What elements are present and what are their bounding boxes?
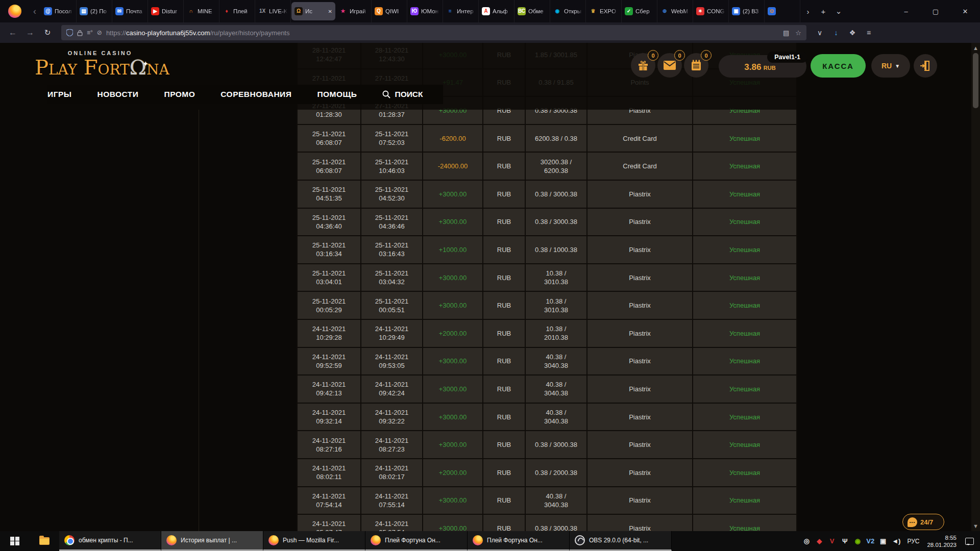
browser-tab[interactable]: Q QIWI ✕	[372, 0, 407, 22]
obs-tray-icon[interactable]: ◎	[802, 538, 811, 544]
language-selector[interactable]: RU ▼	[871, 54, 910, 78]
minimize-button[interactable]: –	[891, 0, 921, 22]
address-bar[interactable]: ≡° ⊘ https://casino-playfortuna6j55v.com…	[61, 25, 806, 40]
messages-button[interactable]: 0	[657, 53, 682, 78]
lock-icon[interactable]	[77, 30, 83, 36]
events-button[interactable]: 0	[684, 53, 708, 78]
tab-close-icon[interactable]: ✕	[328, 9, 332, 14]
start-button[interactable]	[0, 531, 30, 551]
defender-icon[interactable]: ◆	[815, 538, 823, 544]
app-icon	[64, 535, 75, 545]
app-label: обмен крипты - П...	[79, 537, 133, 544]
scroll-down-icon[interactable]: ▼	[971, 523, 980, 529]
screen: ‹ @ Посол ✕ ▤ (2) По ✕ ✉ Почта ✕	[0, 0, 980, 551]
mail-icon	[664, 61, 676, 70]
browser-tab[interactable]: А Альф ✕	[479, 0, 514, 22]
logout-button[interactable]	[914, 54, 937, 78]
reader-view-icon[interactable]: ▤	[783, 29, 789, 37]
volume-icon[interactable]: ◄)	[892, 538, 900, 544]
browser-tab[interactable]: ▤ (2) По ✕	[77, 0, 112, 22]
tab-list-dropdown-icon[interactable]: ⌄	[831, 7, 846, 16]
browser-tab[interactable]: ✉ Почта ✕	[112, 0, 148, 22]
tab-title: Сбер	[635, 8, 654, 14]
tab-overflow-icon[interactable]: ›	[800, 7, 816, 16]
reload-icon[interactable]: ↻	[40, 25, 55, 40]
nav-item[interactable]: ПОМОЩЬ	[317, 90, 357, 99]
new-tab-button[interactable]: +	[816, 7, 831, 16]
pocket-icon[interactable]: ∨	[813, 26, 827, 40]
browser-tab[interactable]: ✶ CONG ✕	[693, 0, 729, 22]
forward-icon[interactable]: →	[22, 25, 38, 40]
tab-favicon-icon: ▣	[732, 7, 740, 15]
scroll-up-icon[interactable]: ▲	[971, 45, 980, 51]
browser-tab[interactable]: ⊕ WebM ✕	[657, 0, 693, 22]
browser-tab[interactable]: @ Посол ✕	[41, 0, 77, 22]
browser-tab[interactable]: ▣ (2) ВЗ ✕	[729, 0, 765, 22]
nvidia-icon[interactable]: ◉	[853, 538, 862, 544]
cashier-button[interactable]: КАССА	[811, 54, 866, 78]
scrollbar-thumb[interactable]	[973, 53, 978, 108]
taskbar-app-button[interactable]: Push — Mozilla Fir...	[263, 531, 365, 551]
tracking-shield-icon[interactable]	[66, 29, 73, 36]
notifications-icon[interactable]	[965, 538, 974, 545]
browser-tab[interactable]: Ω Ис ✕	[291, 2, 335, 20]
browser-tab[interactable]: ♦ Плей ✕	[219, 0, 255, 22]
microphone-icon[interactable]: Ψ	[841, 538, 849, 544]
file-explorer-button[interactable]	[30, 531, 59, 551]
browser-tab[interactable]: ★ Играй ✕	[336, 0, 372, 22]
browser-tab[interactable]: ✓ Сбер ✕	[622, 0, 657, 22]
nav-search[interactable]: ПОИСК	[382, 90, 423, 99]
tab-title: (2) По	[90, 8, 109, 14]
browser-tab[interactable]: 1X LIVE-K ✕	[255, 0, 291, 22]
maximize-button[interactable]: ▢	[921, 0, 950, 22]
processed-date-cell: 25-11-202103:16:43	[361, 236, 423, 264]
tab-scroll-left-icon[interactable]: ‹	[29, 6, 41, 17]
nav-item[interactable]: ПРОМО	[164, 90, 195, 99]
taskbar-app-button[interactable]: История выплат | ...	[161, 531, 263, 551]
taskbar-app-button[interactable]: обмен крипты - П...	[59, 531, 161, 551]
browser-tab[interactable]: ⊙ ✕	[765, 0, 800, 22]
downloads-icon[interactable]: ↓	[829, 26, 843, 40]
permissions-icon[interactable]: ≡°	[87, 30, 93, 36]
payment-row: 24-11-202108:02:11 24-11-202108:02:17 +2…	[298, 459, 797, 487]
browser-tab[interactable]: ВС Обме ✕	[514, 0, 550, 22]
browser-tab[interactable]: ≡ Интер ✕	[443, 0, 479, 22]
nav-item[interactable]: ИГРЫ	[47, 90, 71, 99]
nav-item[interactable]: СОРЕВНОВАНИЯ	[220, 90, 291, 99]
browser-tab[interactable]: ♛ EXPO ✕	[586, 0, 622, 22]
browser-tab[interactable]: ▶ Distur ✕	[148, 0, 184, 22]
network-icon[interactable]: ▣	[879, 538, 887, 544]
taskbar-app-button[interactable]: OBS 29.0.0 (64-bit, ...	[570, 531, 672, 551]
close-button[interactable]: ✕	[950, 0, 980, 22]
balance-cell: 40.38 / 3040.38	[526, 487, 587, 515]
payment-system-cell: Piastrix	[587, 459, 693, 487]
bookmark-star-icon[interactable]: ☆	[795, 29, 801, 37]
v2ray-icon[interactable]: V2	[866, 538, 874, 544]
logout-door-icon	[920, 60, 931, 71]
user-balance-panel[interactable]: Pavel1-1 3.86 RUB	[719, 55, 806, 78]
taskbar-app-button[interactable]: Плей Фортуна Он...	[468, 531, 570, 551]
gift-bonus-button[interactable]: 0	[631, 53, 655, 78]
browser-tab[interactable]: ◉ Откры ✕	[550, 0, 586, 22]
back-icon[interactable]: ←	[5, 25, 20, 40]
vpn-icon[interactable]: V	[828, 538, 836, 544]
site-logo[interactable]: ONLINE CASINO Play FortΩ✦na	[35, 50, 165, 79]
balance-cell: 0.38 / 3000.38	[526, 431, 587, 459]
site-header: ONLINE CASINO Play FortΩ✦na ИГРЫ НОВОСТИ…	[0, 43, 971, 110]
payment-system-cell: Piastrix	[587, 236, 693, 264]
autoplay-blocked-icon[interactable]: ⊘	[97, 30, 102, 36]
browser-tab[interactable]: ∩ MINE ✕	[184, 0, 219, 22]
processed-date-cell: 24-11-202109:42:24	[361, 375, 423, 404]
taskbar-app-button[interactable]: Плей Фортуна Он...	[365, 531, 468, 551]
tab-title: Интер	[457, 8, 475, 14]
browser-tab[interactable]: Ю ЮМон ✕	[407, 0, 443, 22]
menu-hamburger-icon[interactable]: ≡	[862, 26, 876, 40]
payment-row: 25-11-202106:08:07 25-11-202110:46:03 -2…	[298, 153, 797, 181]
extensions-icon[interactable]: ❖	[845, 26, 860, 40]
keyboard-language[interactable]: РУС	[907, 538, 919, 545]
status-cell: Успешная	[693, 375, 797, 404]
taskbar-clock[interactable]: 8:5528.01.2023	[927, 534, 957, 548]
page-scrollbar[interactable]: ▲ ▼	[971, 43, 980, 531]
support-chat-button[interactable]: ••• 24/7	[902, 514, 944, 530]
nav-item[interactable]: НОВОСТИ	[97, 90, 138, 99]
